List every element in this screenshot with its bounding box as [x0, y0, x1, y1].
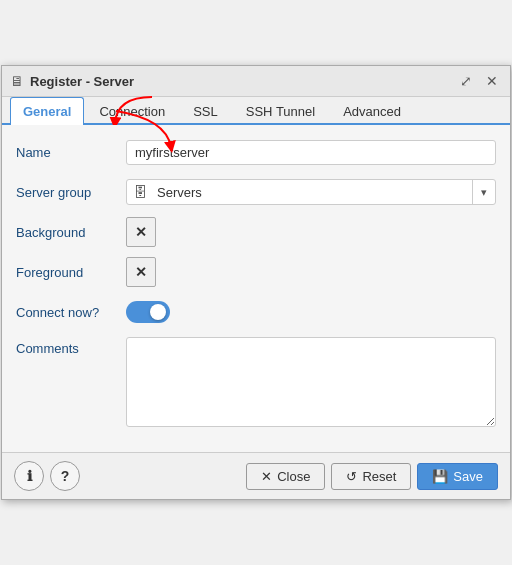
foreground-control: ✕ [126, 257, 496, 287]
tab-ssl[interactable]: SSL [180, 97, 231, 125]
foreground-row: Foreground ✕ [16, 257, 496, 287]
footer-left: ℹ ? [14, 461, 238, 491]
background-color-button[interactable]: ✕ [126, 217, 156, 247]
close-label: Close [277, 469, 310, 484]
help-button[interactable]: ? [50, 461, 80, 491]
name-field-wrapper [126, 140, 496, 165]
background-row: Background ✕ [16, 217, 496, 247]
window-icon: 🖥 [10, 73, 24, 89]
chevron-down-icon[interactable]: ▾ [473, 182, 495, 203]
close-window-button[interactable]: ✕ [482, 71, 502, 91]
background-label: Background [16, 225, 126, 240]
tab-bar: General Connection SSL SSH Tunnel Advanc… [2, 97, 510, 125]
tab-general[interactable]: General [10, 97, 84, 125]
server-group-select[interactable]: 🗄 Servers ▾ [126, 179, 496, 205]
name-label: Name [16, 145, 126, 160]
connect-now-control [126, 301, 496, 323]
background-control: ✕ [126, 217, 496, 247]
comments-row: Comments [16, 337, 496, 430]
connect-now-label: Connect now? [16, 305, 126, 320]
comments-textarea[interactable] [126, 337, 496, 427]
comments-label: Comments [16, 337, 126, 356]
connect-now-toggle-wrapper [126, 301, 496, 323]
info-button[interactable]: ℹ [14, 461, 44, 491]
titlebar: 🖥 Register - Server ⤢ ✕ [2, 66, 510, 97]
main-window: 🖥 Register - Server ⤢ ✕ General Connecti… [1, 65, 511, 500]
save-label: Save [453, 469, 483, 484]
footer: ℹ ? ✕ Close ↺ Reset 💾 Save [2, 452, 510, 499]
toggle-thumb [150, 304, 166, 320]
save-icon: 💾 [432, 469, 448, 484]
reset-button[interactable]: ↺ Reset [331, 463, 411, 490]
server-group-label: Server group [16, 185, 126, 200]
close-button[interactable]: ✕ Close [246, 463, 325, 490]
form-body: Name Server group 🗄 Se [2, 125, 510, 452]
name-row: Name [16, 137, 496, 167]
maximize-button[interactable]: ⤢ [456, 71, 476, 91]
comments-control [126, 337, 496, 430]
name-input[interactable] [126, 140, 496, 165]
tab-connection[interactable]: Connection [86, 97, 178, 125]
footer-right: ✕ Close ↺ Reset 💾 Save [246, 463, 498, 490]
server-group-value: Servers [153, 181, 472, 204]
save-button[interactable]: 💾 Save [417, 463, 498, 490]
server-group-icon: 🗄 [127, 180, 153, 204]
window-title: Register - Server [30, 74, 450, 89]
connect-now-row: Connect now? [16, 297, 496, 327]
connect-now-toggle[interactable] [126, 301, 170, 323]
tab-advanced[interactable]: Advanced [330, 97, 414, 125]
close-icon: ✕ [261, 469, 272, 484]
foreground-label: Foreground [16, 265, 126, 280]
server-group-control: 🗄 Servers ▾ [126, 179, 496, 205]
server-group-row: Server group 🗄 Servers ▾ [16, 177, 496, 207]
tab-ssh-tunnel[interactable]: SSH Tunnel [233, 97, 328, 125]
reset-label: Reset [362, 469, 396, 484]
foreground-color-button[interactable]: ✕ [126, 257, 156, 287]
reset-icon: ↺ [346, 469, 357, 484]
